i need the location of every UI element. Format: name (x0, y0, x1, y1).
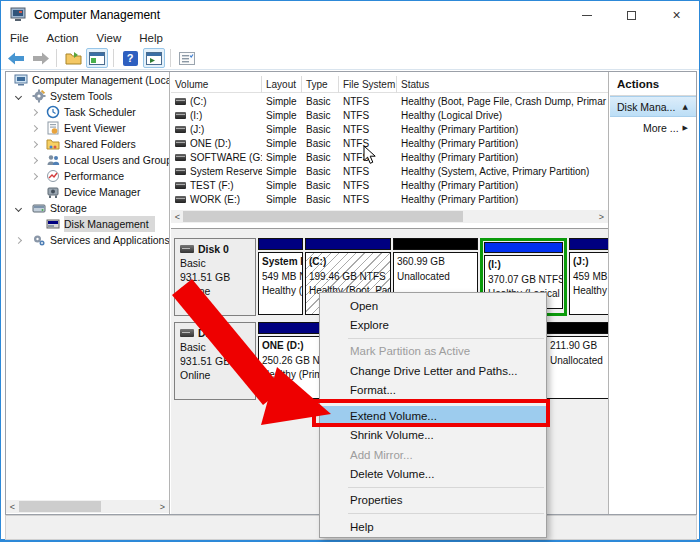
chevron-collapsed-icon[interactable] (15, 236, 22, 243)
task-scheduler-icon (46, 105, 60, 119)
tree-item-shared-folders[interactable]: Shared Folders (6, 136, 169, 152)
partition-status: Healthy (Primary Partition) (573, 284, 609, 299)
column-type[interactable]: Type (302, 76, 339, 93)
disk-icon (180, 329, 194, 337)
chevron-collapsed-icon[interactable] (31, 108, 38, 115)
volume-row[interactable]: (I:) Simple Basic NTFS Healthy (Logical … (171, 108, 609, 122)
partition-system-reserved[interactable]: System Reserved 549 MB NTFS Healthy (Sys… (258, 238, 303, 316)
volume-layout: Simple (262, 122, 302, 136)
tree-item-label: Disk Management (64, 218, 149, 230)
tree-horizontal-scrollbar[interactable]: < > (6, 500, 169, 513)
performance-icon (46, 169, 60, 183)
volume-name: WORK (E:) (190, 194, 240, 205)
chevron-collapsed-icon[interactable] (31, 172, 38, 179)
disk1-label[interactable]: Disk 1 Basic 931.51 GB Online (174, 322, 256, 400)
maximize-button[interactable] (609, 1, 654, 29)
volume-row[interactable]: TEST (F:) Simple Basic NTFS Healthy (Pri… (171, 178, 609, 192)
scroll-left-icon[interactable]: < (6, 500, 19, 513)
volume-fs: NTFS (339, 178, 397, 192)
menu-item-change-drive-letter[interactable]: Change Drive Letter and Paths... (320, 361, 546, 380)
scroll-right-icon[interactable]: > (595, 210, 608, 223)
volume-row[interactable]: ONE (D:) Simple Basic NTFS Healthy (Prim… (171, 136, 609, 150)
volume-row[interactable]: (J:) Simple Basic NTFS Healthy (Primary … (171, 122, 609, 136)
menu-item-mark-partition-active: Mark Partition as Active (320, 342, 546, 361)
tree-item-label: Device Manager (64, 186, 140, 198)
volume-row[interactable]: System Reserved Simple Basic NTFS Health… (171, 164, 609, 178)
forward-arrow-icon[interactable] (29, 48, 51, 68)
menu-view[interactable]: View (88, 30, 131, 46)
menu-item-help[interactable]: Help (320, 517, 546, 536)
tree-item-local-users-and-groups[interactable]: Local Users and Groups (6, 152, 169, 168)
maximize-icon (627, 11, 636, 20)
actions-title: Actions (610, 72, 696, 96)
partition-color-bar (258, 238, 303, 250)
column-file-system[interactable]: File System (339, 76, 397, 93)
tree-item-disk-management[interactable]: Disk Management (6, 216, 169, 232)
volume-table-header: Volume Layout Type File System Status (171, 76, 609, 93)
disk-type: Basic (180, 340, 250, 354)
menu-item-delete-volume[interactable]: Delete Volume... (320, 464, 546, 483)
volume-row[interactable]: WORK (E:) Simple Basic NTFS Healthy (Pri… (171, 192, 609, 206)
column-status[interactable]: Status (397, 76, 608, 93)
menu-item-open[interactable]: Open (320, 296, 546, 315)
tree-item-device-manager[interactable]: Device Manager (6, 184, 169, 200)
action-label: Disk Mana... (610, 101, 675, 113)
tree-item-services-and-applications[interactable]: Services and Applications (6, 232, 169, 248)
volume-row[interactable]: SOFTWARE (G:) Simple Basic NTFS Healthy … (171, 150, 609, 164)
menu-file[interactable]: File (1, 30, 38, 46)
scrollbar-thumb[interactable] (19, 501, 101, 512)
menu-help[interactable]: Help (130, 30, 172, 46)
column-volume[interactable]: Volume (171, 76, 262, 93)
scrollbar-thumb[interactable] (183, 211, 463, 222)
action-more[interactable]: More ... ▶ (610, 117, 696, 138)
tree-item-system-tools[interactable]: System Tools (6, 88, 169, 104)
scroll-right-icon[interactable]: > (156, 500, 169, 513)
partition-name: (J:) (573, 255, 609, 270)
volume-list-horizontal-scrollbar[interactable]: < > (171, 210, 608, 223)
chevron-expanded-icon[interactable] (15, 204, 22, 211)
collapse-arrow-icon[interactable]: ▲ (683, 103, 696, 111)
volume-status: Healthy (Primary Partition) (397, 150, 609, 164)
tree-item-storage[interactable]: Storage (6, 200, 169, 216)
volume-status: Healthy (Boot, Page File, Crash Dump, Pr… (397, 94, 609, 108)
chevron-collapsed-icon[interactable] (31, 140, 38, 147)
menu-item-shrink-volume[interactable]: Shrink Volume... (320, 426, 546, 445)
annotation-highlight-box (312, 399, 550, 427)
menu-item-explore[interactable]: Explore (320, 315, 546, 334)
close-button[interactable]: × (654, 1, 699, 29)
action-disk-management[interactable]: Disk Mana... ▲ (610, 96, 696, 117)
console-window-icon[interactable] (86, 48, 108, 68)
volume-name: (C:) (190, 96, 207, 107)
computer-management-window: Computer Management × File Action View H… (0, 0, 700, 542)
chevron-collapsed-icon[interactable] (31, 124, 38, 131)
chevron-collapsed-icon[interactable] (31, 156, 38, 163)
disk0-label[interactable]: Disk 0 Basic 931.51 GB Online (174, 238, 256, 316)
menu-item-properties[interactable]: Properties (320, 491, 546, 510)
tree-item-event-viewer[interactable]: Event Viewer (6, 120, 169, 136)
help-icon[interactable]: ? (119, 48, 141, 68)
show-console-window-icon[interactable] (143, 48, 165, 68)
back-arrow-icon[interactable] (5, 48, 27, 68)
partition-unallocated-disk1[interactable]: 211.90 GB Unallocated (546, 322, 609, 400)
minimize-button[interactable] (564, 1, 609, 29)
mouse-cursor-icon (363, 145, 377, 165)
column-layout[interactable]: Layout (262, 76, 302, 93)
properties-icon[interactable] (176, 48, 198, 68)
expand-arrow-icon[interactable]: ▶ (683, 124, 696, 132)
menu-item-format[interactable]: Format... (320, 380, 546, 399)
export-list-icon[interactable] (62, 48, 84, 68)
volume-type: Basic (302, 94, 339, 108)
tree-item-task-scheduler[interactable]: Task Scheduler (6, 104, 169, 120)
partition-j[interactable]: (J:) 459 MB NTFS Healthy (Primary Partit… (569, 238, 609, 316)
tree-item-computer-management[interactable]: Computer Management (Local (6, 72, 169, 88)
volume-icon (175, 168, 186, 175)
menu-action[interactable]: Action (38, 30, 88, 46)
device-manager-icon (46, 185, 60, 199)
tree-item-performance[interactable]: Performance (6, 168, 169, 184)
volume-type: Basic (302, 178, 339, 192)
partition-name: System Reserved (262, 255, 299, 270)
partition-size: 459 MB NTFS (573, 270, 609, 285)
volume-row[interactable]: (C:) Simple Basic NTFS Healthy (Boot, Pa… (171, 94, 609, 108)
chevron-expanded-icon[interactable] (15, 92, 22, 99)
tree-item-label: Services and Applications (50, 234, 170, 246)
